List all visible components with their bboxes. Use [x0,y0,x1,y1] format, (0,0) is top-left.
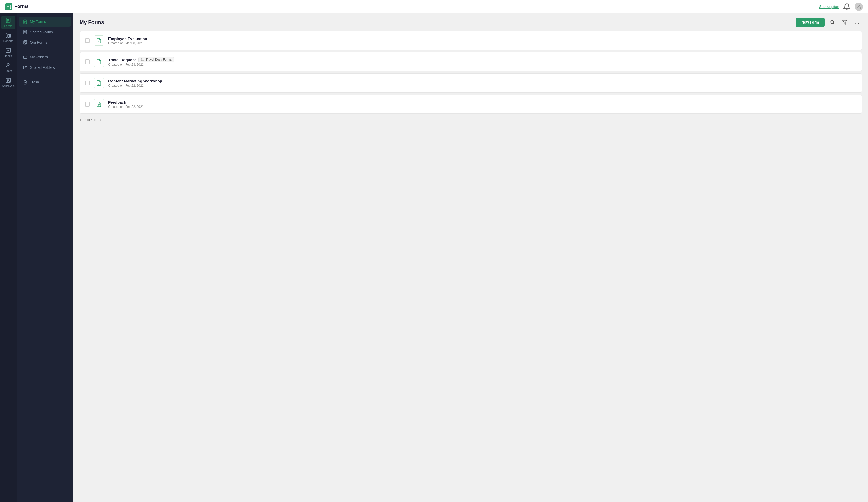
sidebar-item-trash[interactable]: Trash [19,77,71,87]
form-card-travel-request[interactable]: Travel Request Travel Desk Forms Created… [80,52,862,71]
form-icon-feedback [94,99,104,109]
sidebar-item-shared-folders[interactable]: Shared Folders [19,62,71,72]
form-info-employee-evaluation: Employee Evaluation Created on: Mar 08, … [108,37,856,45]
notification-bell[interactable] [843,3,850,10]
form-icon-travel-request [94,57,104,67]
reports-rail-label: Reports [3,39,13,42]
topbar: Forms Subscription [0,0,868,13]
form-name-feedback: Feedback [108,100,856,104]
form-checkbox-employee-evaluation[interactable] [85,38,90,43]
app-name: Forms [14,4,29,9]
rail-item-forms[interactable]: Forms [1,16,16,29]
form-info-travel-request: Travel Request Travel Desk Forms Created… [108,57,856,67]
forms-list: Employee Evaluation Created on: Mar 08, … [73,31,868,502]
subscription-link[interactable]: Subscription [819,4,839,9]
svg-point-31 [25,43,25,44]
search-button[interactable] [828,18,837,27]
rail-item-approvals[interactable]: Approvals [1,76,16,89]
my-folders-sidebar-icon [23,55,28,59]
forms-logo-svg [7,4,11,9]
org-forms-sidebar-icon [23,40,28,45]
header-actions: New Form [796,18,862,27]
user-avatar[interactable] [855,2,863,11]
forms-rail-label: Forms [4,24,12,27]
tasks-rail-label: Tasks [5,54,12,57]
svg-point-35 [830,20,834,23]
form-doc-icon-3 [96,80,102,86]
form-date-employee-evaluation: Created on: Mar 08, 2021 [108,41,856,45]
form-date-travel-request: Created on: Feb 23, 2021 [108,63,856,67]
main-layout: Forms Reports Tasks Users [0,13,868,502]
new-form-button[interactable]: New Form [796,18,825,27]
folder-badge-travel-request: Travel Desk Forms [138,57,174,62]
sidebar: My Forms Shared Forms [17,13,73,502]
form-doc-icon-2 [96,59,102,64]
svg-marker-37 [843,20,847,24]
my-folders-sidebar-label: My Folders [30,55,48,59]
page-title: My Forms [80,19,104,25]
form-doc-icon [96,38,102,43]
avatar-icon [856,4,861,9]
form-card-feedback[interactable]: Feedback Created on: Feb 22, 2021 [80,94,862,114]
svg-rect-1 [7,6,10,6]
svg-rect-9 [6,33,7,38]
svg-rect-2 [7,7,9,7]
svg-point-4 [858,5,860,7]
shared-forms-sidebar-label: Shared Forms [30,30,53,34]
svg-point-23 [24,31,24,32]
form-checkbox-travel-request[interactable] [85,59,90,64]
left-rail: Forms Reports Tasks Users [0,13,17,502]
trash-sidebar-label: Trash [30,80,39,84]
search-icon [830,20,835,25]
form-name-content-marketing: Content Marketing Workshop [108,79,856,83]
my-forms-sidebar-icon [23,19,28,24]
sidebar-divider-1 [21,50,69,50]
sort-button[interactable] [852,18,862,27]
form-checkbox-content-marketing[interactable] [85,81,90,85]
svg-rect-12 [6,48,11,53]
sort-icon [855,20,860,25]
filter-icon [842,20,847,25]
sidebar-item-shared-forms[interactable]: Shared Forms [19,27,71,37]
approvals-rail-icon [6,78,11,83]
org-forms-sidebar-label: Org Forms [30,40,47,44]
reports-rail-icon [6,32,11,38]
rail-item-reports[interactable]: Reports [1,30,16,44]
topbar-right: Subscription [819,2,863,11]
logo-icon [5,3,12,10]
form-name-employee-evaluation: Employee Evaluation [108,37,856,41]
svg-rect-10 [8,34,9,38]
users-rail-icon [6,62,11,68]
svg-rect-11 [10,34,11,38]
form-icon-employee-evaluation [94,36,104,46]
form-date-feedback: Created on: Feb 22, 2021 [108,105,856,109]
approvals-rail-label: Approvals [2,84,15,87]
shared-folders-sidebar-icon [23,65,28,70]
form-checkbox-feedback[interactable] [85,102,90,107]
svg-line-36 [834,23,834,24]
shared-forms-sidebar-icon [23,30,28,34]
rail-item-users[interactable]: Users [1,60,16,74]
tasks-rail-icon [6,48,11,53]
sidebar-item-my-forms[interactable]: My Forms [19,17,71,27]
trash-sidebar-icon [23,80,28,84]
sidebar-item-org-forms[interactable]: Org Forms [19,38,71,47]
form-date-content-marketing: Created on: Feb 22, 2021 [108,84,856,87]
content-area: My Forms New Form [73,13,868,502]
bell-icon [843,3,850,10]
users-rail-label: Users [5,69,12,72]
sidebar-item-my-folders[interactable]: My Folders [19,52,71,62]
filter-button[interactable] [840,18,849,27]
form-info-content-marketing: Content Marketing Workshop Created on: F… [108,79,856,87]
forms-rail-icon [6,18,11,23]
folder-badge-icon [141,58,144,61]
form-card-content-marketing[interactable]: Content Marketing Workshop Created on: F… [80,73,862,92]
rail-item-tasks[interactable]: Tasks [1,46,16,59]
form-info-feedback: Feedback Created on: Feb 22, 2021 [108,100,856,109]
content-header: My Forms New Form [73,13,868,31]
form-name-travel-request: Travel Request Travel Desk Forms [108,57,856,62]
form-card-employee-evaluation[interactable]: Employee Evaluation Created on: Mar 08, … [80,31,862,50]
form-icon-content-marketing [94,78,104,88]
svg-rect-0 [7,5,10,6]
my-forms-sidebar-label: My Forms [30,20,46,24]
